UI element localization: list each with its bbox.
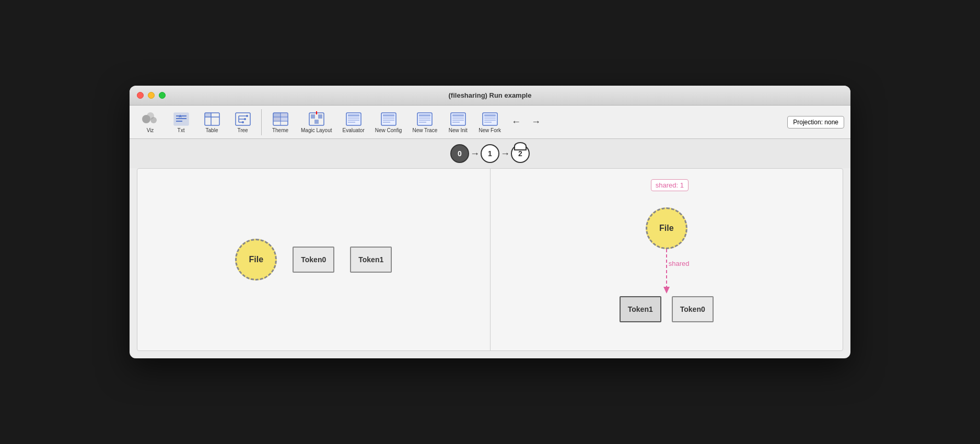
svg-rect-45: [419, 114, 430, 116]
svg-rect-43: [383, 122, 390, 123]
token0-node-left: Token0: [293, 247, 334, 273]
new-init-icon: [449, 111, 468, 127]
svg-rect-51: [452, 118, 464, 119]
toolbar-separator-1: [261, 109, 262, 135]
svg-rect-30: [318, 114, 322, 119]
svg-rect-48: [419, 122, 426, 123]
titlebar: (filesharing) Run example: [130, 86, 850, 106]
new-fork-icon: [481, 111, 499, 127]
nav-back-button[interactable]: ←: [507, 114, 525, 130]
txt-icon: A: [172, 111, 191, 127]
theme-icon: [271, 111, 290, 127]
new-trace-label: New Trace: [412, 127, 437, 133]
tree-button[interactable]: Tree: [228, 109, 257, 135]
step-arrow-1: →: [500, 148, 510, 159]
shared-badge: shared: 1: [651, 179, 689, 191]
svg-rect-35: [348, 114, 359, 116]
svg-point-2: [150, 117, 157, 123]
nav-forward-button[interactable]: →: [527, 114, 545, 130]
right-panel: shared: 1 File shared Token1: [491, 169, 843, 350]
token1-node-right: Token1: [620, 296, 661, 322]
minimize-button[interactable]: [148, 92, 155, 99]
step-1[interactable]: 1: [481, 144, 499, 163]
magic-layout-button[interactable]: Magic Layout: [297, 109, 336, 135]
table-button[interactable]: Table: [197, 109, 226, 135]
new-trace-icon: [415, 111, 434, 127]
new-init-label: New Init: [449, 127, 468, 133]
svg-rect-52: [452, 120, 464, 121]
svg-rect-55: [484, 114, 496, 116]
magic-layout-icon: [307, 111, 326, 127]
svg-rect-56: [484, 118, 496, 119]
evaluator-icon: [344, 111, 363, 127]
magic-layout-label: Magic Layout: [301, 127, 332, 133]
txt-button[interactable]: A Txt: [167, 109, 195, 135]
svg-rect-24: [281, 117, 288, 121]
main-content: File Token0 Token1 shared: 1 File: [137, 168, 843, 351]
svg-rect-47: [419, 120, 430, 121]
viz-button[interactable]: Viz: [136, 109, 165, 135]
viz-label: Viz: [147, 127, 154, 133]
window-title: (filesharing) Run example: [449, 91, 532, 99]
table-label: Table: [206, 127, 218, 133]
svg-point-17: [246, 115, 248, 117]
new-config-button[interactable]: New Config: [371, 109, 406, 135]
theme-button[interactable]: Theme: [266, 109, 295, 135]
svg-rect-38: [348, 122, 355, 123]
svg-rect-50: [452, 114, 464, 116]
svg-rect-11: [205, 113, 211, 117]
step-arrow-0: →: [470, 148, 480, 159]
new-trace-button[interactable]: New Trace: [408, 109, 441, 135]
svg-rect-29: [311, 114, 315, 119]
toolbar: Viz A Txt: [130, 106, 850, 139]
connection-line-svg: [651, 249, 682, 296]
bottom-nodes: Token1 Token0: [620, 296, 714, 322]
svg-rect-33: [316, 111, 317, 114]
svg-rect-21: [273, 113, 281, 117]
svg-rect-22: [281, 113, 288, 117]
shared-connection-label: shared: [669, 260, 690, 267]
svg-point-18: [244, 118, 246, 120]
svg-rect-37: [348, 120, 359, 121]
step-2[interactable]: 2: [511, 144, 530, 163]
new-config-label: New Config: [375, 127, 402, 133]
txt-label: Txt: [178, 127, 185, 133]
svg-rect-31: [314, 120, 319, 124]
svg-rect-57: [484, 120, 496, 121]
maximize-button[interactable]: [159, 92, 166, 99]
new-fork-button[interactable]: New Fork: [474, 109, 505, 135]
new-fork-label: New Fork: [479, 127, 501, 133]
svg-point-19: [242, 121, 244, 123]
new-config-icon: [379, 111, 398, 127]
close-button[interactable]: [137, 92, 144, 99]
svg-rect-40: [383, 114, 394, 116]
evaluator-label: Evaluator: [342, 127, 364, 133]
viz-icon: [141, 111, 160, 127]
svg-rect-42: [383, 120, 394, 121]
left-panel-content: File Token0 Token1: [235, 239, 392, 281]
theme-label: Theme: [272, 127, 288, 133]
left-panel: File Token0 Token1: [137, 169, 491, 350]
evaluator-button[interactable]: Evaluator: [338, 109, 368, 135]
svg-rect-53: [452, 122, 460, 123]
svg-rect-36: [348, 118, 359, 119]
projection-button[interactable]: Projection: none: [787, 116, 844, 128]
token0-node-right: Token0: [672, 296, 714, 322]
svg-rect-46: [419, 118, 430, 119]
stepper-nav: 0 → 1 → 2: [130, 139, 850, 168]
file-node-left: File: [235, 239, 277, 281]
svg-marker-60: [663, 287, 670, 294]
svg-rect-41: [383, 118, 394, 119]
new-init-button[interactable]: New Init: [444, 109, 472, 135]
tree-icon: [234, 111, 252, 127]
file-node-right: File: [646, 207, 687, 249]
step-0[interactable]: 0: [450, 144, 469, 163]
table-icon: [203, 111, 221, 127]
svg-rect-23: [273, 117, 281, 121]
svg-rect-58: [484, 122, 492, 123]
right-panel-content: File shared Token1 Token0: [620, 207, 714, 322]
connection-container: shared: [651, 249, 682, 296]
svg-text:A: A: [179, 114, 182, 119]
traffic-lights: [137, 92, 166, 99]
token1-node-left: Token1: [350, 247, 392, 273]
